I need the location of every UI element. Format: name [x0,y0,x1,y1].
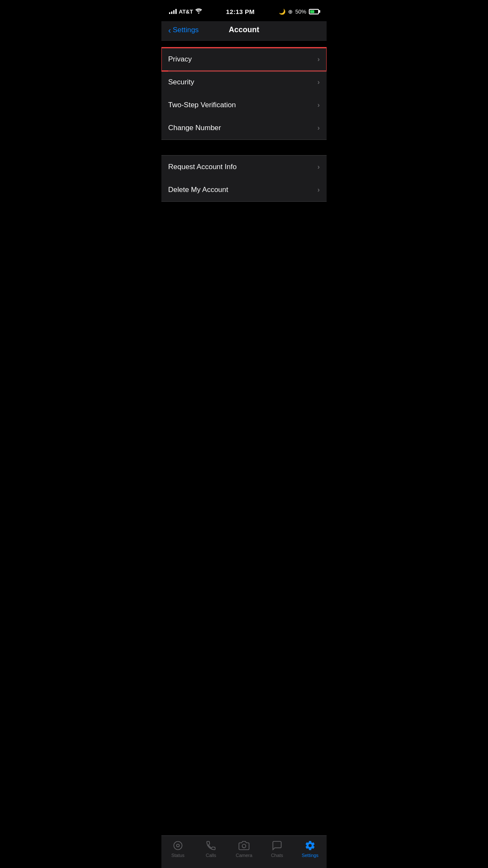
wifi-icon [195,8,202,15]
content-area: Privacy › Security › Two-Step Verificati… [161,41,327,202]
security-item[interactable]: Security › [161,71,327,94]
svg-point-0 [174,841,182,850]
tab-settings[interactable]: Settings [294,840,327,858]
status-time: 12:13 PM [226,8,255,15]
privacy-label: Privacy [168,55,192,64]
privacy-item[interactable]: Privacy › [161,48,327,71]
privacy-chevron-icon: › [317,55,320,64]
two-step-chevron-icon: › [317,101,320,109]
back-chevron-icon: ‹ [168,26,171,34]
calls-tab-icon [205,840,216,851]
location-icon: ⊕ [288,8,293,15]
security-chevron-icon: › [317,78,320,86]
camera-tab-icon [238,840,250,851]
settings-group-2: Request Account Info › Delete My Account… [161,155,327,202]
tab-bar: Status Calls Camera Chats [161,835,327,868]
moon-icon: 🌙 [279,8,286,15]
svg-point-2 [242,844,246,848]
camera-tab-label: Camera [236,853,252,858]
nav-header: ‹ Settings Account [161,21,327,41]
status-bar: AT&T 12:13 PM 🌙 ⊕ 50% [161,0,327,21]
battery-percent: 50% [295,8,306,15]
signal-icon [169,9,177,14]
settings-group-1: Privacy › Security › Two-Step Verificati… [161,47,327,140]
delete-account-chevron-icon: › [317,186,320,194]
svg-point-1 [177,844,180,847]
tab-status[interactable]: Status [161,840,194,858]
calls-tab-label: Calls [206,853,216,858]
delete-account-item[interactable]: Delete My Account › [161,178,327,201]
back-button[interactable]: ‹ Settings [168,26,199,34]
back-label: Settings [173,26,199,34]
change-number-item[interactable]: Change Number › [161,117,327,139]
page-title: Account [229,25,259,34]
two-step-label: Two-Step Verification [168,101,236,109]
request-info-chevron-icon: › [317,163,320,171]
status-right: 🌙 ⊕ 50% [279,8,319,15]
security-label: Security [168,78,194,86]
tab-camera[interactable]: Camera [227,840,261,858]
status-tab-label: Status [171,853,184,858]
change-number-chevron-icon: › [317,124,320,132]
tab-calls[interactable]: Calls [194,840,227,858]
chats-tab-icon [272,840,283,851]
settings-tab-icon [305,840,316,851]
request-info-item[interactable]: Request Account Info › [161,156,327,178]
tab-chats[interactable]: Chats [261,840,294,858]
chats-tab-label: Chats [271,853,283,858]
battery-icon [309,9,319,14]
carrier-label: AT&T [179,8,193,15]
settings-tab-label: Settings [302,853,319,858]
two-step-item[interactable]: Two-Step Verification › [161,94,327,117]
status-left: AT&T [169,8,202,15]
section-gap [161,140,327,155]
change-number-label: Change Number [168,124,221,132]
request-info-label: Request Account Info [168,163,237,171]
status-tab-icon [172,840,183,851]
delete-account-label: Delete My Account [168,186,228,194]
